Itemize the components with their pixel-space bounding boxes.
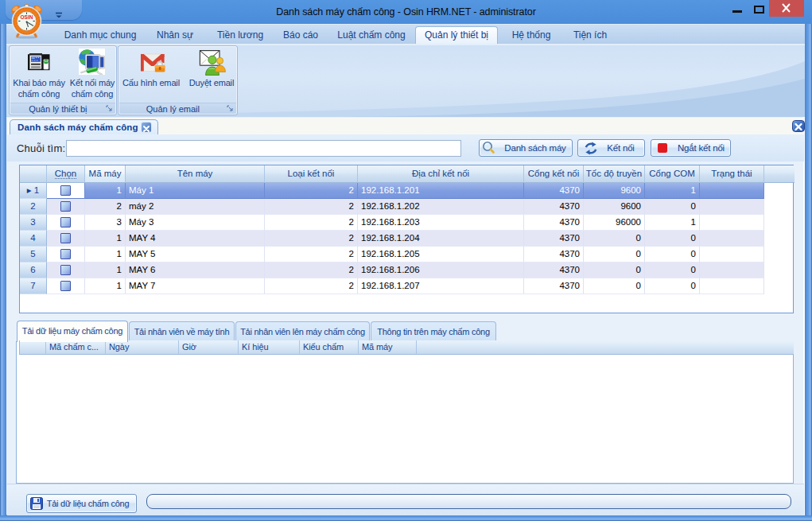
svg-text:OSIN: OSIN (21, 14, 33, 20)
